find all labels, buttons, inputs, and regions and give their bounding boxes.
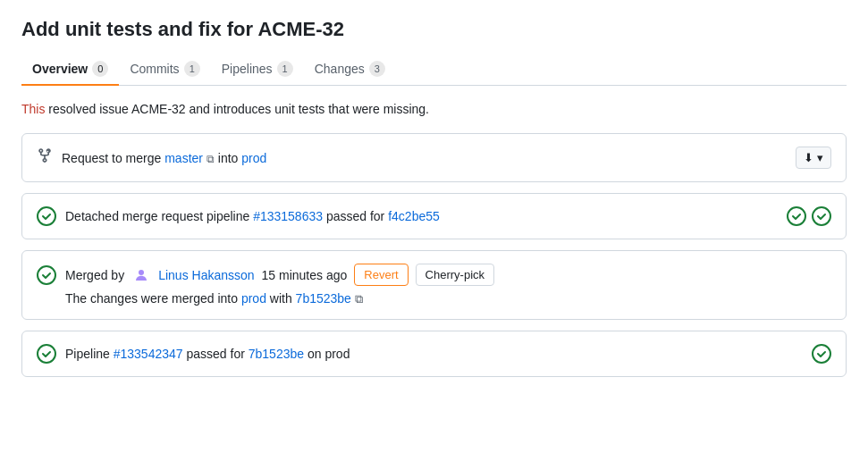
pipeline-passed-card: Detached merge request pipeline #1331586…: [21, 193, 847, 239]
tab-changes-badge: 3: [369, 61, 385, 77]
pipeline-text-mid: passed for: [326, 209, 384, 223]
pipeline-passed-text: Detached merge request pipeline #1331586…: [65, 209, 440, 223]
target-branch-link[interactable]: prod: [241, 151, 266, 165]
download-button[interactable]: ⬇ ▾: [796, 147, 831, 169]
revert-button[interactable]: Revert: [354, 264, 408, 286]
description-rest: resolved issue ACME-32 and introduces un…: [45, 102, 429, 116]
merged-card: Merged by Linus Hakansson 15 minutes ago…: [21, 250, 847, 320]
merged-commit-link[interactable]: 7b1523be: [296, 291, 351, 306]
pipeline2-check-right: [812, 344, 831, 364]
merge-icon: [37, 147, 53, 168]
merged-branch-link[interactable]: prod: [241, 291, 266, 306]
into-text: into: [218, 151, 239, 165]
pipeline2-id-link[interactable]: #133542347: [114, 347, 183, 361]
pipeline2-card: Pipeline #133542347 passed for 7b1523be …: [21, 331, 847, 377]
merged-time: 15 minutes ago: [262, 268, 348, 282]
copy-commit-icon[interactable]: ⧉: [355, 292, 363, 306]
merge-request-text: Request to merge master ⧉ into prod: [62, 151, 266, 165]
author-avatar-icon: [131, 267, 151, 283]
merge-request-label: Request to merge: [62, 151, 161, 165]
tab-overview-label: Overview: [32, 62, 88, 76]
pipeline2-text-mid: passed for: [186, 347, 244, 361]
merged-by-text: Merged by: [65, 268, 124, 282]
author-link[interactable]: Linus Hakansson: [158, 268, 254, 282]
tab-changes-label: Changes: [315, 62, 365, 76]
svg-point-0: [139, 270, 144, 275]
pipeline2-commit-link[interactable]: 7b1523be: [249, 347, 304, 361]
merged-details: Merged by Linus Hakansson 15 minutes ago…: [65, 264, 831, 306]
copy-branch-icon[interactable]: ⧉: [206, 153, 215, 165]
tab-overview-badge: 0: [92, 61, 108, 77]
tab-commits-label: Commits: [130, 62, 179, 76]
pipeline2-on-text: on: [308, 347, 322, 361]
pipeline2-text: Pipeline #133542347 passed for 7b1523be …: [65, 347, 350, 361]
pipeline2-prefix: Pipeline: [65, 347, 110, 361]
tab-pipelines-badge: 1: [277, 61, 293, 77]
merged-bottom-row: The changes were merged into prod with 7…: [65, 291, 831, 306]
merge-request-card-right: ⬇ ▾: [796, 147, 831, 169]
pipeline-text-prefix: Detached merge request pipeline: [65, 209, 249, 223]
pipeline-id-link[interactable]: #133158633: [253, 209, 323, 223]
merged-text: The changes were merged into: [65, 291, 238, 306]
pipeline-check-icon-right2: [812, 206, 831, 226]
merged-top-row: Merged by Linus Hakansson 15 minutes ago…: [65, 264, 831, 286]
merged-into-text: The changes were merged into prod with 7…: [65, 291, 363, 306]
tab-pipelines[interactable]: Pipelines 1: [211, 54, 304, 86]
tab-changes[interactable]: Changes 3: [304, 54, 396, 86]
merge-request-card: Request to merge master ⧉ into prod ⬇ ▾: [21, 133, 847, 182]
dropdown-arrow: ▾: [817, 151, 823, 164]
mr-description: This resolved issue ACME-32 and introduc…: [21, 100, 847, 119]
pipeline-check-icon-right1: [787, 206, 806, 226]
pipeline2-check-icon: [37, 344, 56, 364]
pipeline-passed-card-left: Detached merge request pipeline #1331586…: [37, 206, 787, 226]
pipeline-check-icon: [37, 206, 56, 226]
merge-request-card-left: Request to merge master ⧉ into prod: [37, 147, 796, 168]
tab-commits[interactable]: Commits 1: [119, 54, 210, 86]
download-icon: ⬇: [804, 151, 813, 164]
pipeline2-card-left: Pipeline #133542347 passed for 7b1523be …: [37, 344, 812, 364]
pipeline-commit-link[interactable]: f4c2be55: [388, 209, 440, 223]
tabs-nav: Overview 0 Commits 1 Pipelines 1 Changes…: [21, 54, 847, 86]
tab-pipelines-label: Pipelines: [222, 62, 273, 76]
tab-commits-badge: 1: [184, 61, 200, 77]
merged-with-text: with: [270, 291, 292, 306]
source-branch-link[interactable]: master: [164, 151, 203, 165]
merged-check-icon: [37, 265, 56, 285]
description-highlight: This: [21, 102, 45, 116]
pipeline-passed-card-right: [787, 206, 831, 226]
pipeline2-branch: prod: [324, 347, 350, 361]
pipeline2-card-right: [812, 344, 831, 364]
merged-card-left: Merged by Linus Hakansson 15 minutes ago…: [37, 264, 831, 306]
cherry-pick-button[interactable]: Cherry-pick: [416, 264, 494, 286]
page-title: Add unit tests and fix for ACME-32: [21, 18, 847, 41]
tab-overview[interactable]: Overview 0: [21, 54, 119, 86]
